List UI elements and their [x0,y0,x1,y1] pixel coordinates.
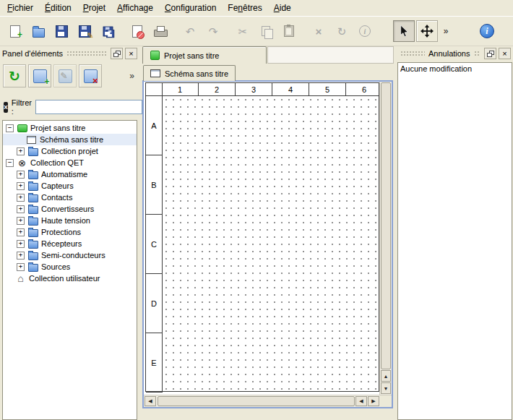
arrow-right-icon: ▶ [371,398,375,404]
tree-expander[interactable]: − [6,124,14,132]
open-folder-icon [33,28,45,38]
undo-panel: Annulations × Aucune modification [397,46,513,420]
tree-item[interactable]: Schéma sans titre [3,134,137,145]
cut-button[interactable]: ✂ [232,20,254,42]
vertical-scroll-thumb[interactable] [381,82,391,369]
float-panel-button[interactable] [484,48,496,59]
tree-expander[interactable]: + [17,205,25,213]
rotate-button[interactable]: ↻ [331,20,353,42]
tree-item[interactable]: −⊗Collection QET [3,157,137,168]
tree-item-label: Convertisseurs [41,205,94,213]
edit-element-button[interactable]: ✎ [53,64,77,87]
tree-expander[interactable]: + [17,171,25,179]
scroll-left-button-2[interactable]: ◀ [355,396,367,406]
schema-icon [26,135,37,145]
vertical-scrollbar[interactable]: ▲ ▼ [379,82,392,395]
tree-item[interactable]: −Projet sans titre [3,122,137,134]
new-element-button[interactable]: + [28,64,51,87]
panel-overflow-button[interactable]: » [127,69,137,82]
column-header: 6 [346,83,379,96]
scroll-up-button[interactable]: ▲ [381,370,391,382]
save-all-button[interactable] [97,20,118,42]
arrow-left-icon: ◀ [148,398,152,404]
tree-item[interactable]: +Collection projet [3,145,137,157]
menu-item[interactable]: Fenêtres [222,1,267,15]
copy-button[interactable] [255,20,277,42]
close-file-icon [132,25,142,38]
tree-expander[interactable]: + [17,217,25,225]
tree-item-label: Collection QET [30,158,84,167]
tree-item[interactable]: +Haute tension [3,215,137,226]
dock-handle[interactable] [400,51,425,57]
tree-item[interactable]: +Capteurs [3,180,137,192]
menu-item[interactable]: Fichier [1,1,39,15]
delete-element-button[interactable]: × [79,64,102,87]
schema-canvas[interactable]: 123456 ABCDE [144,82,379,395]
save-as-button[interactable]: ✎ [74,20,95,42]
dock-handle[interactable] [66,51,107,57]
tree-item-label: Collection utilisateur [29,274,100,283]
clear-filter-button[interactable]: × [4,102,8,113]
close-file-button[interactable] [126,20,148,42]
select-tool-button[interactable] [393,20,415,42]
undo-button[interactable]: ↶ [179,20,201,42]
new-document-button[interactable]: + [4,20,26,42]
reload-collections-button[interactable]: ↻ [3,64,26,87]
save-all-icon [103,26,113,36]
qelectrotech-window: FichierÉditionProjetAffichageConfigurati… [0,0,513,420]
tree-expander[interactable]: + [17,147,25,155]
menu-item[interactable]: Aide [268,1,297,15]
float-panel-button[interactable] [111,48,123,59]
save-button[interactable] [51,20,72,42]
filter-row: × Filtrer : [0,98,139,116]
print-button[interactable] [150,20,171,42]
scroll-down-button[interactable]: ▼ [381,382,391,394]
undo-panel-titlebar: Annulations × [397,46,513,61]
close-panel-button[interactable]: × [499,48,511,59]
tree-expander[interactable]: + [17,228,25,236]
toolbar-overflow-button[interactable]: » [439,20,452,42]
tree-expander[interactable]: + [17,252,25,260]
filter-input[interactable] [35,100,142,114]
horizontal-scrollbar[interactable]: ◀ ◀ ▶ [144,395,392,407]
tree-item[interactable]: +Protections [3,226,137,238]
tree-expander[interactable]: + [17,194,25,202]
tree-item[interactable]: +Convertisseurs [3,203,137,215]
dock-handle[interactable] [474,51,481,57]
menu-item[interactable]: Configuration [159,1,222,15]
delete-button[interactable]: × [308,20,329,42]
menu-item[interactable]: Édition [39,1,77,15]
horizontal-scroll-thumb[interactable] [158,396,355,406]
project-tab[interactable]: Projet sans titre [142,46,267,64]
undo-list: Aucune modification [397,62,512,420]
about-qet-button[interactable]: i [476,20,498,42]
menu-item[interactable]: Projet [77,1,111,15]
tree-item[interactable]: +Semi-conducteurs [3,249,137,261]
undo-list-item[interactable]: Aucune modification [398,63,512,74]
scroll-right-button[interactable]: ▶ [368,396,379,406]
menu-item[interactable]: Affichage [111,1,159,15]
chevron-double-icon: » [444,27,449,35]
move-tool-button[interactable] [416,20,438,42]
close-icon: × [129,50,133,58]
schema-tab[interactable]: Schéma sans titre [143,65,236,81]
tree-expander[interactable]: − [6,159,14,167]
open-project-button[interactable] [27,20,49,42]
tree-item[interactable]: +Automatisme [3,168,137,180]
cut-icon: ✂ [238,26,248,37]
paste-button[interactable] [278,20,300,42]
tree-item[interactable]: +Sources [3,261,137,273]
tree-item[interactable]: ⌂Collection utilisateur [3,273,137,284]
redo-button[interactable]: ↷ [202,20,224,42]
tree-expander[interactable]: + [17,263,25,271]
tree-item-label: Protections [41,228,81,236]
tree-item[interactable]: +Contacts [3,192,137,203]
tree-item[interactable]: +Récepteurs [3,238,137,249]
tree-expander[interactable]: + [17,182,25,190]
close-panel-button[interactable]: × [125,48,137,59]
scroll-left-button[interactable]: ◀ [145,396,156,406]
tree-expander[interactable]: + [17,240,25,248]
element-info-button[interactable]: i [354,20,376,42]
schema-tab-label: Schéma sans titre [165,69,228,78]
tree-item-label: Schéma sans titre [40,135,103,144]
